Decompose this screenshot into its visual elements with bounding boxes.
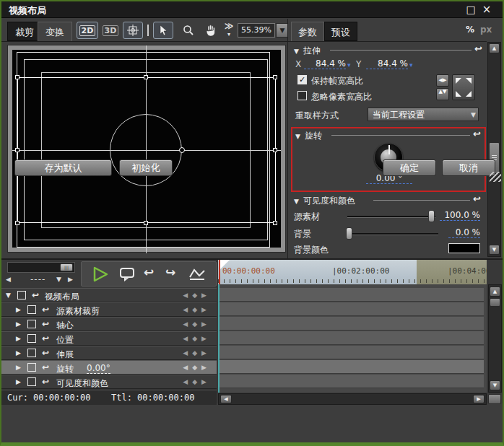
selection-handle-ml[interactable] [15,148,19,152]
fit-zoom-button[interactable]: ≫ ▾ [221,22,237,39]
track-lane[interactable] [220,346,484,359]
unit-pixel-button[interactable]: px [480,25,492,35]
pan-tool-button[interactable] [201,22,220,39]
mode-3d-button[interactable]: 3D [100,22,121,39]
background-opacity-thumb[interactable] [346,227,352,240]
stretch-section-header[interactable]: ▼ 拉伸 [294,45,321,57]
selection-handle-bl[interactable] [15,221,19,225]
anchor-grid-button[interactable] [123,22,143,39]
tab-transform[interactable]: 变换 [38,22,72,41]
track-lane-selected[interactable] [220,360,484,374]
next-icon[interactable]: ▶ [68,276,73,283]
expand-icon[interactable]: ▶ [16,364,21,371]
track-lane[interactable] [220,375,484,388]
keyframe-nav[interactable]: ◀◆▶ [183,349,211,357]
rotation-section-header[interactable]: ▼ 旋转 [295,130,322,142]
resize-grip[interactable] [490,172,501,182]
stretch-reset-icon[interactable]: ↩ [474,43,482,54]
scroll-down-icon[interactable]: ▼ [489,245,500,255]
tree-row-position[interactable]: ▶ ↩ 位置 ◀◆▶ [1,331,217,346]
keep-aspect-checkbox[interactable]: ✓ [297,75,307,84]
visibility-reset-icon[interactable]: ↩ [473,193,481,204]
timeline-zoom-slider[interactable]: ||| [7,262,75,273]
keyframe-nav[interactable]: ◀◆▶ [183,335,211,342]
stretch-x-value[interactable]: 84.4 % [304,58,346,69]
expand-icon[interactable]: ▶ [16,306,21,313]
tracks-hscrollbar[interactable]: ◀ ▶ [218,393,487,405]
zoom-tool-button[interactable] [179,22,198,39]
resample-combobox[interactable]: 当前工程设置 ▼ [368,108,479,121]
selection-handle-tc[interactable] [144,75,148,79]
selection-handle-bc[interactable] [144,221,148,225]
tree-row-video-layout[interactable]: ▼ ↩ 视频布局 ◀◆▶ [1,288,217,302]
row-reset-icon[interactable]: ↩ [42,305,49,315]
tab-presets[interactable]: 预设 [324,22,357,41]
timeline-ruler[interactable]: 00:00:00:00 |00:02:00:00 |00:04:00: [218,260,487,284]
rotation-circle-handle[interactable] [179,147,185,153]
scroll-left-icon[interactable]: ◀ [220,395,232,403]
vscrollbar-thumb[interactable] [490,298,500,307]
collapse-icon[interactable]: ▼ [294,198,299,205]
row-reset-icon[interactable]: ↩ [42,319,49,329]
ignore-pixel-aspect-label[interactable]: 忽略像素宽高比 [311,91,372,103]
tab-parameters[interactable]: 参数 [291,22,324,41]
timeline-zoom-thumb[interactable]: ||| [60,263,73,271]
expand-icon[interactable]: ▶ [16,335,21,342]
tree-row-stretch[interactable]: ▶ ↩ 伸展 ◀◆▶ [1,346,217,360]
dropdown-icon[interactable]: ▼ [56,276,61,283]
fit-to-frame-button[interactable] [452,74,475,100]
row-checkbox[interactable] [17,291,26,299]
stretch-x-spinner-icon[interactable]: ▾ [347,61,351,69]
undo-button[interactable]: ↩ [144,265,154,279]
scroll-down-icon[interactable]: ▼ [490,380,500,390]
cursor-tool-button[interactable] [153,22,173,39]
maximize-icon[interactable]: □ [464,4,478,16]
titlebar[interactable]: 视频布局 □ × [1,1,503,18]
row-reset-icon[interactable]: ↩ [42,348,49,358]
keyframe-nav[interactable]: ◀◆▶ [183,320,211,328]
panel-scrollbar[interactable]: ▲ ▼ [487,42,501,257]
row-checkbox[interactable] [27,334,36,343]
keyframe-preset-control[interactable]: ◀ ---- ▼ ▶ [3,274,78,287]
tracks-vscrollbar[interactable]: ▲ ▼ [488,284,502,393]
row-checkbox[interactable] [27,349,36,357]
collapse-icon[interactable]: ▼ [294,48,299,55]
keyframe-nav[interactable]: ◀◆▶ [183,378,211,385]
preset-value[interactable]: ---- [30,274,45,284]
close-icon[interactable]: × [479,4,494,16]
selection-handle-mr[interactable] [273,148,277,152]
row-reset-icon[interactable]: ↩ [32,290,39,300]
flip-vertical-button[interactable]: ▲▼ [436,88,449,100]
redo-button[interactable]: ↪ [165,265,175,279]
keyframe-nav[interactable]: ◀◆▶ [183,292,211,299]
stretch-y-spinner-icon[interactable]: ▾ [409,61,413,69]
keyframe-nav[interactable]: ◀◆▶ [183,306,211,313]
selection-handle-tl[interactable] [15,75,19,79]
track-lane[interactable] [220,317,484,331]
scroll-right-icon[interactable]: ▶ [473,395,485,403]
rotation-reset-icon[interactable]: ↩ [473,128,481,139]
row-value[interactable]: 0.00° [87,363,110,374]
initialize-button[interactable]: 初始化 [119,159,173,176]
row-checkbox[interactable] [27,305,36,314]
keyframe-nav[interactable]: ◀◆▶ [183,364,211,371]
row-checkbox[interactable] [27,320,36,328]
expand-icon[interactable]: ▼ [6,292,11,299]
tab-crop[interactable]: 裁剪 [7,22,42,41]
row-checkbox[interactable] [27,363,36,372]
play-button[interactable] [92,266,109,282]
ok-button[interactable]: 确定 [383,159,436,176]
visibility-section-header[interactable]: ▼ 可见度和颜色 [294,195,355,207]
selection-handle-br[interactable] [273,221,277,225]
keyframe-tracks[interactable] [218,284,487,393]
keep-aspect-label[interactable]: 保持帧宽高比 [311,75,363,87]
zoom-level-field[interactable]: 55.39% [238,23,275,38]
row-checkbox[interactable] [27,377,36,386]
scroll-up-icon[interactable]: ▲ [490,287,500,297]
unit-percent-button[interactable]: % [466,25,474,35]
mode-2d-button[interactable]: 2D [77,22,98,39]
row-reset-icon[interactable]: ↩ [42,377,49,387]
track-lane[interactable] [220,288,484,302]
flip-horizontal-button[interactable]: ◀▶ [436,74,449,87]
track-lane[interactable] [220,302,484,316]
